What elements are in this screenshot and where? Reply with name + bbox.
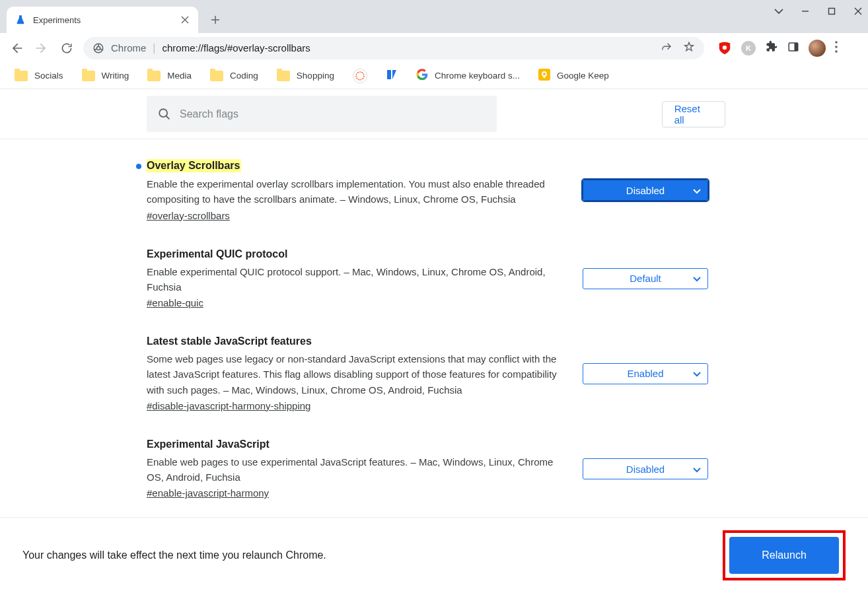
svg-point-8 bbox=[835, 50, 838, 53]
flag-description: Enable the experimental overlay scrollba… bbox=[147, 176, 567, 207]
flag-title: Experimental JavaScript bbox=[147, 438, 270, 450]
chevron-down-icon bbox=[693, 368, 701, 379]
flag-row: Experimental QUIC protocolEnable experim… bbox=[147, 248, 725, 310]
svg-rect-5 bbox=[795, 43, 798, 51]
ublock-icon[interactable] bbox=[717, 41, 732, 55]
extensions-area: K bbox=[717, 40, 838, 57]
reload-button[interactable] bbox=[58, 40, 75, 57]
google-icon bbox=[416, 69, 428, 83]
reset-all-label: Reset all bbox=[674, 103, 713, 125]
site-icon bbox=[386, 69, 398, 83]
address-url: chrome://flags/#overlay-scrollbars bbox=[163, 42, 310, 53]
flag-description: Enable web pages to use experimental Jav… bbox=[147, 454, 567, 485]
address-bar[interactable]: Chrome | chrome://flags/#overlay-scrollb… bbox=[83, 37, 704, 59]
browser-tab[interactable]: Experiments bbox=[7, 7, 198, 33]
flag-description: Some web pages use legacy or non-standar… bbox=[147, 351, 567, 398]
maximize-button[interactable] bbox=[826, 5, 838, 17]
bookmark-label: Shopping bbox=[297, 71, 334, 81]
flag-select-value: Disabled bbox=[626, 464, 665, 475]
relaunch-button-label: Relaunch bbox=[762, 549, 807, 561]
tab-title: Experiments bbox=[33, 15, 173, 25]
flag-anchor-link[interactable]: #overlay-scrollbars bbox=[147, 210, 230, 221]
flag-row: Latest stable JavaScript featuresSome we… bbox=[147, 335, 725, 412]
flag-select-value: Disabled bbox=[626, 185, 665, 196]
relaunch-message: Your changes will take effect the next t… bbox=[22, 549, 326, 561]
browser-toolbar: Chrome | chrome://flags/#overlay-scrollb… bbox=[0, 33, 868, 63]
folder-icon bbox=[82, 71, 95, 81]
folder-icon bbox=[277, 71, 290, 81]
flag-row: Overlay ScrollbarsEnable the experimenta… bbox=[147, 159, 725, 222]
extensions-button[interactable] bbox=[765, 40, 778, 56]
search-icon bbox=[157, 107, 172, 122]
flag-anchor-link[interactable]: #enable-javascript-harmony bbox=[147, 487, 269, 499]
tab-search-button[interactable] bbox=[773, 5, 785, 17]
flag-anchor-link[interactable]: #enable-quic bbox=[147, 297, 203, 308]
bookmark-label: Chrome keyboard s... bbox=[435, 71, 520, 81]
relaunch-button[interactable]: Relaunch bbox=[729, 537, 839, 574]
relaunch-highlight: Relaunch bbox=[723, 530, 846, 580]
bookmark-label: Socials bbox=[34, 71, 63, 81]
profile-avatar[interactable] bbox=[809, 40, 826, 57]
bookmark-item[interactable]: Writing bbox=[82, 71, 129, 81]
flag-select-value: Enabled bbox=[627, 368, 663, 379]
window-controls bbox=[773, 5, 864, 17]
flag-state-select[interactable]: Disabled bbox=[583, 458, 708, 479]
bookmark-item[interactable]: Coding bbox=[210, 71, 258, 81]
svg-rect-11 bbox=[538, 69, 550, 81]
folder-icon bbox=[15, 71, 28, 81]
flag-select-value: Default bbox=[630, 273, 661, 284]
bookmark-item[interactable]: Media bbox=[147, 71, 192, 81]
svg-point-3 bbox=[723, 45, 727, 49]
bookmark-label: Media bbox=[167, 71, 192, 81]
extension-k-icon[interactable]: K bbox=[741, 41, 756, 55]
bookmark-item[interactable] bbox=[386, 69, 398, 83]
svg-point-6 bbox=[835, 41, 838, 44]
bookmark-item[interactable] bbox=[353, 69, 367, 83]
flag-title: Experimental QUIC protocol bbox=[147, 248, 287, 260]
address-scheme: Chrome bbox=[111, 42, 146, 53]
flag-state-select[interactable]: Disabled bbox=[583, 180, 708, 201]
close-tab-button[interactable] bbox=[180, 15, 190, 25]
bookmark-item[interactable]: Shopping bbox=[277, 71, 334, 81]
svg-point-9 bbox=[356, 72, 364, 80]
svg-rect-0 bbox=[829, 9, 835, 15]
site-info-icon[interactable] bbox=[92, 42, 104, 54]
page-content: Search flags Reset all Overlay Scrollbar… bbox=[0, 89, 868, 593]
search-flags-input[interactable]: Search flags bbox=[147, 96, 497, 132]
flag-title: Latest stable JavaScript features bbox=[147, 335, 312, 347]
chevron-down-icon bbox=[693, 185, 701, 196]
flag-title: Overlay Scrollbars bbox=[147, 159, 241, 172]
flag-row: Experimental JavaScriptEnable web pages … bbox=[147, 438, 725, 500]
back-button[interactable] bbox=[8, 40, 25, 57]
flag-state-select[interactable]: Default bbox=[583, 268, 708, 289]
svg-point-7 bbox=[835, 46, 838, 48]
chrome-menu-button[interactable] bbox=[835, 41, 838, 55]
side-panel-button[interactable] bbox=[787, 41, 799, 55]
chevron-down-icon bbox=[693, 273, 701, 284]
bookmark-label: Google Keep bbox=[557, 71, 609, 81]
flask-icon bbox=[15, 14, 26, 26]
bookmark-label: Coding bbox=[230, 71, 258, 81]
forward-button[interactable] bbox=[33, 40, 50, 57]
flag-description: Enable experimental QUIC protocol suppor… bbox=[147, 264, 567, 295]
bookmarks-bar: SocialsWritingMediaCodingShoppingChrome … bbox=[0, 63, 868, 89]
address-separator: | bbox=[153, 42, 155, 54]
relaunch-banner: Your changes will take effect the next t… bbox=[0, 517, 868, 593]
bookmark-label: Writing bbox=[102, 71, 129, 81]
new-tab-button[interactable] bbox=[206, 11, 225, 29]
bookmark-item[interactable]: Google Keep bbox=[538, 69, 609, 83]
bookmark-item[interactable]: Chrome keyboard s... bbox=[416, 69, 520, 83]
bookmark-item[interactable]: Socials bbox=[15, 71, 63, 81]
reset-all-button[interactable]: Reset all bbox=[662, 101, 725, 127]
close-window-button[interactable] bbox=[852, 5, 864, 17]
flag-anchor-link[interactable]: #disable-javascript-harmony-shipping bbox=[147, 400, 310, 411]
share-button[interactable] bbox=[661, 41, 672, 55]
svg-point-14 bbox=[159, 109, 167, 117]
chevron-down-icon bbox=[693, 464, 701, 475]
minimize-button[interactable] bbox=[799, 5, 811, 17]
browser-titlebar: Experiments bbox=[0, 0, 868, 33]
folder-icon bbox=[147, 71, 161, 81]
flag-state-select[interactable]: Enabled bbox=[583, 363, 708, 384]
bookmark-star-button[interactable] bbox=[683, 41, 695, 55]
search-placeholder: Search flags bbox=[180, 108, 238, 120]
